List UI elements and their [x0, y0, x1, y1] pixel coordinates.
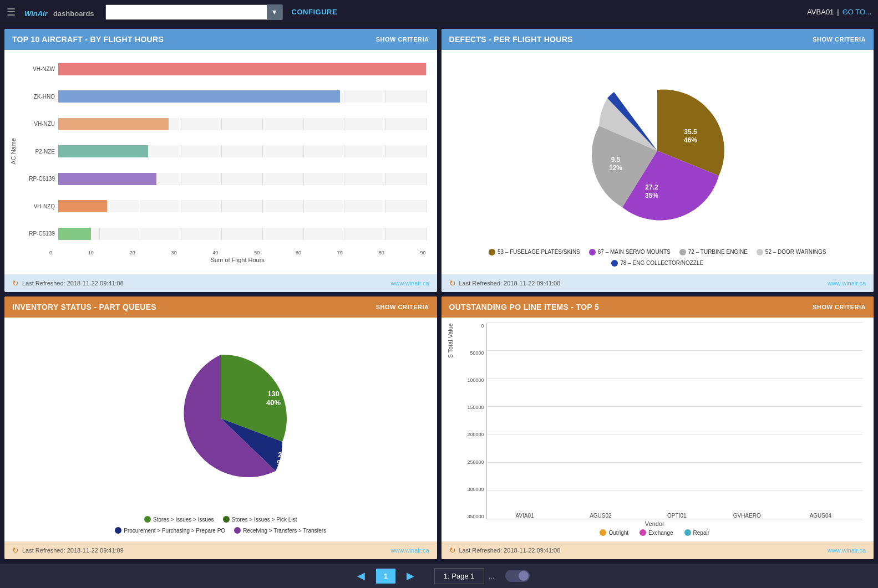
po-y-axis: 350000 300000 250000 200000 150000 10000… — [456, 323, 486, 520]
vendor-group-agus04: AGUS04 — [808, 510, 834, 519]
configure-link[interactable]: CONFIGURE — [292, 8, 338, 16]
bar-track — [58, 200, 426, 212]
bar-label: VH-NZW — [19, 66, 55, 72]
legend-item-picklist: Stores > Issues > Pick List — [223, 516, 297, 523]
legend-label-prepare-po: Procurement > Purchasing > Prepare PO — [124, 528, 225, 534]
footer-left-po: ↻ Last Refreshed: 2018-11-22 09:41:08 — [449, 546, 561, 555]
svg-text:9.5: 9.5 — [611, 156, 621, 163]
search-input[interactable] — [106, 5, 267, 19]
inventory-link[interactable]: www.winair.ca — [390, 547, 429, 554]
aircraft-chart: AC Name VH-NZWZK-HNOVH-NZUP2-NZERP-C6139… — [4, 50, 437, 274]
defects-show-criteria[interactable]: SHOW CRITERIA — [813, 36, 866, 43]
logo-sub: dashboards — [53, 9, 94, 18]
y-tick: 300000 — [456, 487, 484, 492]
legend-item-door: 52 – DOOR WARNINGS — [757, 249, 826, 255]
svg-text:35%: 35% — [645, 192, 658, 200]
menu-icon[interactable]: ☰ — [7, 6, 16, 18]
outstanding-po-refresh: Last Refreshed: 2018-11-22 09:41:08 — [459, 547, 561, 554]
inventory-pie-wrapper: 130 40% 28 9% 155 47% — [132, 323, 309, 514]
svg-text:130: 130 — [267, 390, 280, 398]
bar-chart-inner: VH-NZWZK-HNOVH-NZUP2-NZERP-C6139VH-NZQRP… — [19, 55, 426, 248]
y-tick: 50000 — [456, 350, 484, 356]
page-1-button[interactable]: 1 — [376, 569, 395, 584]
svg-text:35.5: 35.5 — [684, 128, 698, 136]
defects-panel: DEFECTS - PER FLIGHT HOURS SHOW CRITERIA — [441, 29, 874, 292]
page-indicator: 1: Page 1 — [434, 568, 484, 584]
legend-dot-servo — [589, 249, 596, 255]
top-aircraft-refresh: Last Refreshed: 2018-11-22 09:41:08 — [22, 280, 124, 287]
toggle-button[interactable] — [505, 570, 530, 582]
bar-fill — [58, 118, 169, 130]
defects-chart-area: 35.5 46% 27.2 35% 9.5 12% 53 – FUSELAGE … — [441, 50, 874, 274]
username: AVBA01 — [807, 8, 834, 16]
legend-item-outright: Outright — [600, 529, 628, 536]
x-tick-label: 20 — [130, 250, 135, 255]
prev-page-button[interactable]: ◀ — [348, 570, 374, 582]
outstanding-po-body: $ Total Value 350000 300000 250000 20000… — [441, 318, 874, 542]
bar-track — [58, 173, 426, 185]
x-tick-label: 90 — [420, 250, 425, 255]
inventory-footer: ↻ Last Refreshed: 2018-11-22 09:41:09 ww… — [4, 541, 437, 559]
bar-row: VH-NZQ — [19, 195, 426, 219]
svg-text:12%: 12% — [609, 164, 622, 172]
footer-left: ↻ Last Refreshed: 2018-11-22 09:41:08 — [12, 279, 124, 288]
bar-label: P2-NZE — [19, 149, 55, 155]
bar-track — [58, 90, 426, 103]
legend-label-repair: Repair — [693, 530, 709, 536]
legend-label-door: 52 – DOOR WARNINGS — [765, 249, 826, 255]
outstanding-po-show-criteria[interactable]: SHOW CRITERIA — [813, 304, 866, 310]
svg-text:46%: 46% — [684, 136, 697, 144]
vendor-group-gvhaero: GVHAERO — [733, 510, 761, 519]
legend-dot-door — [757, 249, 763, 255]
legend-item-turbine: 72 – TURBINE ENGINE — [679, 249, 748, 255]
defects-link[interactable]: www.winair.ca — [828, 280, 866, 287]
top-aircraft-show-criteria[interactable]: SHOW CRITERIA — [376, 36, 429, 43]
legend-label-exchange: Exchange — [648, 530, 673, 536]
inventory-panel: INVENTORY STATUS - PART QUEUES SHOW CRIT… — [4, 296, 437, 560]
bar-label: ZK-HNO — [19, 94, 55, 100]
bar-track — [58, 228, 426, 240]
goto-link[interactable]: GO TO... — [843, 8, 871, 16]
bar-label: VH-NZU — [19, 121, 55, 127]
header: ☰ WinAir dashboards ▼ CONFIGURE AVBA01 |… — [0, 0, 878, 24]
defects-header: DEFECTS - PER FLIGHT HOURS SHOW CRITERIA — [441, 29, 874, 50]
legend-dot-transfers — [234, 527, 241, 534]
defects-pie-wrapper: 35.5 46% 27.2 35% 9.5 12% — [569, 55, 746, 247]
more-pages-button[interactable]: ... — [489, 572, 495, 580]
top-aircraft-link[interactable]: www.winair.ca — [390, 280, 429, 287]
y-tick: 200000 — [456, 432, 484, 437]
outstanding-po-link[interactable]: www.winair.ca — [828, 547, 866, 554]
x-tick-label: 10 — [88, 250, 94, 255]
search-bar[interactable]: ▼ — [105, 4, 283, 20]
search-dropdown-icon[interactable]: ▼ — [267, 4, 282, 20]
refresh-icon-defects: ↻ — [449, 279, 456, 288]
defects-refresh: Last Refreshed: 2018-11-22 09:41:08 — [459, 280, 561, 287]
bar-row: RP-C6139 — [19, 167, 426, 191]
y-tick: 350000 — [456, 514, 484, 519]
bar-row: P2-NZE — [19, 140, 426, 164]
logo: WinAir dashboards — [22, 5, 94, 19]
x-tick-label: 30 — [171, 250, 176, 255]
legend-label-collector: 78 – ENG COLLECTOR/NOZZLE — [620, 260, 703, 266]
next-page-button[interactable]: ▶ — [398, 570, 423, 582]
logo-winair: WinAir — [24, 9, 48, 18]
bar-track — [58, 145, 426, 157]
bar-fill — [58, 63, 426, 75]
svg-text:155: 155 — [176, 431, 188, 439]
outstanding-po-footer: ↻ Last Refreshed: 2018-11-22 09:41:08 ww… — [441, 541, 874, 559]
top-aircraft-footer: ↻ Last Refreshed: 2018-11-22 09:41:08 ww… — [4, 274, 437, 292]
top-aircraft-panel: TOP 10 AIRCRAFT - BY FLIGHT HOURS SHOW C… — [4, 29, 437, 292]
bar-row: VH-NZU — [19, 112, 426, 136]
x-tick-label: 70 — [337, 250, 343, 255]
bar-fill — [58, 90, 340, 103]
po-bar-area: $ Total Value 350000 300000 250000 20000… — [447, 323, 863, 520]
x-tick-label: 0 — [49, 250, 52, 255]
inventory-show-criteria[interactable]: SHOW CRITERIA — [376, 304, 429, 310]
legend-label-servo: 67 – MAIN SERVO MOUNTS — [598, 249, 671, 255]
vendor-label-agus02: AGUS02 — [590, 513, 611, 519]
vendor-label-agus04: AGUS04 — [810, 513, 831, 519]
separator: | — [837, 8, 839, 16]
legend-label-transfers: Receiving > Transfers > Transfers — [243, 528, 326, 534]
legend-dot-turbine — [679, 249, 686, 255]
bar-fill — [58, 200, 107, 212]
